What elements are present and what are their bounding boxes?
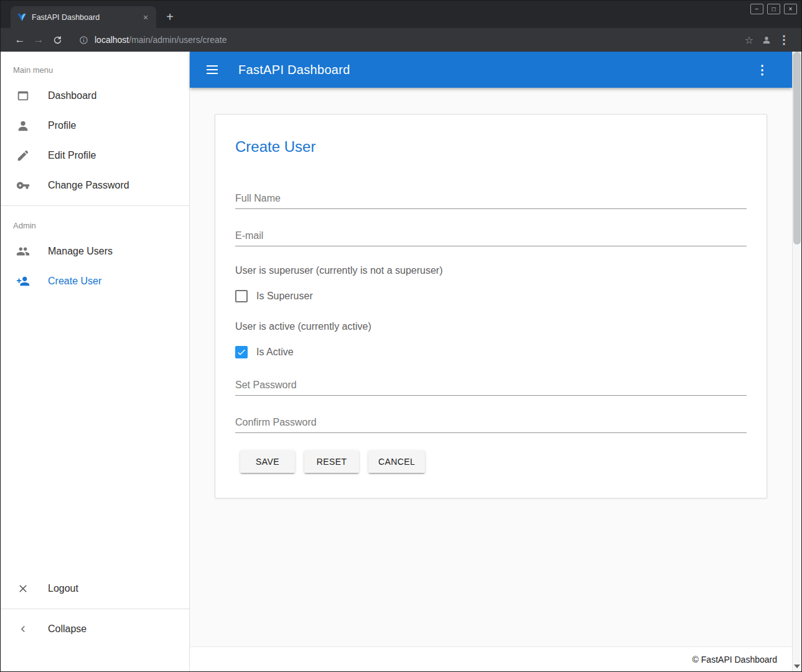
confirm-password-field (235, 396, 747, 433)
sidebar-item-logout[interactable]: Logout (1, 574, 189, 604)
sidebar-divider (1, 609, 189, 609)
chevron-left-icon (16, 622, 30, 637)
confirm-password-input[interactable] (235, 417, 747, 428)
vuetify-logo-icon (17, 12, 27, 22)
browser-titlebar: FastAPI Dashboard × + − □ × (1, 1, 801, 28)
people-icon (16, 244, 30, 259)
sidebar-item-label: Manage Users (48, 246, 113, 257)
sidebar-item-create-user[interactable]: Create User (1, 266, 189, 296)
page-scrollbar[interactable] (792, 52, 801, 671)
save-button[interactable]: SAVE (240, 450, 295, 473)
bookmark-star-icon[interactable]: ☆ (740, 31, 758, 49)
set-password-input[interactable] (235, 380, 747, 391)
sidebar-item-dashboard[interactable]: Dashboard (1, 81, 189, 111)
create-user-card: Create User User is superuser (currently… (215, 114, 767, 498)
appbar-menu-icon[interactable]: ⋮ (751, 58, 773, 81)
form-actions: SAVE RESET CANCEL (235, 450, 747, 473)
window-close-button[interactable]: × (784, 4, 797, 14)
key-icon (16, 178, 30, 193)
copyright-text: © FastAPI Dashboard (692, 655, 777, 665)
sidebar-item-manage-users[interactable]: Manage Users (1, 236, 189, 266)
sidebar-bottom: Logout Collapse (1, 574, 189, 671)
window-maximize-button[interactable]: □ (767, 4, 780, 14)
scrollbar-thumb[interactable] (793, 52, 801, 245)
sidebar: Main menu Dashboard Profile (1, 52, 190, 671)
url-path: /main/admin/users/create (129, 35, 226, 45)
tab-title: FastAPI Dashboard (32, 13, 140, 22)
set-password-field (235, 358, 747, 396)
pencil-icon (16, 148, 30, 163)
is-superuser-checkbox[interactable] (235, 290, 248, 302)
browser-tab[interactable]: FastAPI Dashboard × (11, 6, 156, 28)
person-icon (16, 118, 30, 133)
person-add-icon (16, 274, 30, 289)
sidebar-item-label: Logout (48, 583, 78, 594)
active-hint: User is active (currently active) (235, 321, 747, 332)
sidebar-item-label: Create User (48, 276, 101, 287)
is-superuser-label: Is Superuser (256, 291, 313, 302)
window-minimize-button[interactable]: − (750, 4, 763, 14)
appbar-title: FastAPI Dashboard (238, 63, 350, 77)
url-host: localhost (95, 35, 129, 45)
address-bar[interactable]: localhost/main/admin/users/create (73, 31, 734, 49)
sidebar-item-label: Edit Profile (48, 150, 96, 161)
browser-menu-icon[interactable]: ⋮ (775, 31, 793, 49)
sidebar-item-collapse[interactable]: Collapse (1, 614, 189, 644)
sidebar-item-label: Change Password (48, 180, 129, 191)
content-area: Create User User is superuser (currently… (190, 88, 792, 646)
close-icon (16, 581, 30, 596)
sidebar-item-label: Dashboard (48, 90, 96, 101)
page-title: Create User (235, 137, 747, 157)
app-bar: FastAPI Dashboard ⋮ (190, 52, 792, 88)
dashboard-icon (16, 88, 30, 103)
sidebar-item-change-password[interactable]: Change Password (1, 170, 189, 200)
superuser-hint: User is superuser (currently is not a su… (235, 265, 747, 276)
email-input[interactable] (235, 230, 747, 241)
page-footer: © FastAPI Dashboard (190, 646, 792, 671)
profile-icon[interactable] (758, 31, 775, 49)
scrollbar-down-arrow[interactable] (794, 665, 800, 668)
window-controls: − □ × (750, 4, 797, 14)
full-name-input[interactable] (235, 193, 747, 204)
sidebar-item-label: Collapse (48, 623, 86, 635)
sidebar-item-profile[interactable]: Profile (1, 111, 189, 141)
full-name-field (235, 172, 747, 209)
reset-button[interactable]: RESET (304, 450, 359, 473)
reload-button[interactable] (48, 31, 67, 49)
hamburger-menu-icon[interactable] (201, 58, 223, 81)
superuser-checkbox-row: Is Superuser (235, 290, 747, 302)
tab-close-icon[interactable]: × (140, 12, 151, 23)
sidebar-section-main-menu: Main menu (1, 52, 189, 81)
is-active-checkbox[interactable] (235, 346, 248, 358)
sidebar-item-edit-profile[interactable]: Edit Profile (1, 141, 189, 170)
forward-button[interactable]: → (29, 31, 48, 49)
site-info-icon[interactable] (79, 35, 88, 45)
is-active-label: Is Active (256, 347, 294, 358)
page-body: Main menu Dashboard Profile (1, 52, 801, 671)
sidebar-item-label: Profile (48, 120, 76, 131)
main-area: FastAPI Dashboard ⋮ Create User User is … (190, 52, 792, 671)
cancel-button[interactable]: CANCEL (368, 450, 425, 473)
active-checkbox-row: Is Active (235, 346, 747, 358)
back-button[interactable]: ← (11, 31, 29, 49)
browser-window: FastAPI Dashboard × + − □ × ← → (0, 0, 802, 672)
sidebar-section-admin: Admin (1, 211, 189, 236)
email-field (235, 209, 747, 246)
new-tab-button[interactable]: + (161, 8, 179, 26)
browser-addressbar: ← → localhost/main/admin/users/create ☆ (1, 28, 801, 52)
sidebar-divider (1, 205, 189, 206)
